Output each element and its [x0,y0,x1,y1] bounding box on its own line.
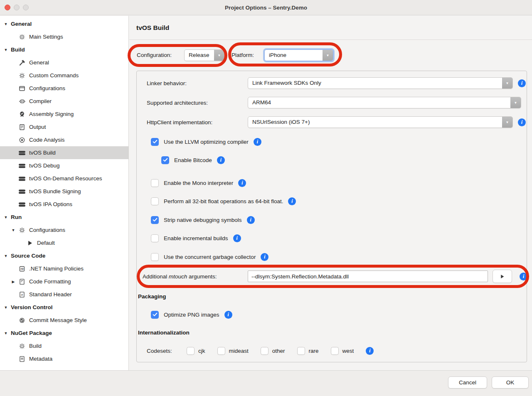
chevron-down-icon[interactable]: ▼ [214,50,224,61]
sidebar-item-tvos-on-demand-resources[interactable]: tvOS On-Demand Resources [0,172,128,185]
enable-bitcode-checkbox[interactable] [161,156,169,164]
rare-checkbox[interactable] [297,347,305,355]
info-icon[interactable]: i [238,179,246,187]
info-icon[interactable]: i [518,118,526,126]
supported-architectures-select[interactable]: ARM64▼ [248,97,521,108]
chevron-down-expander-icon[interactable]: ▼ [3,215,8,219]
sidebar-item-build[interactable]: ▼Build [0,43,128,56]
chevron-down-expander-icon[interactable]: ▼ [3,305,8,310]
chevron-down-icon[interactable]: ▼ [323,50,333,61]
info-icon[interactable]: i [247,216,255,224]
other-checkbox[interactable] [261,347,268,355]
sidebar-item-code-formatting[interactable]: ▶Code Formatting [0,275,128,288]
sidebar-item-standard-header[interactable]: #Standard Header [0,288,128,301]
mtouch-arguments-label: Additional mtouch arguments: [143,273,248,280]
sidebar-item-label: Configurations [29,227,65,233]
chevron-down-expander-icon[interactable]: ▼ [11,228,16,232]
sidebar-item-tvos-debug[interactable]: tvOS Debug [0,159,128,172]
enable-mono-interpreter-checkbox[interactable] [151,179,159,187]
info-icon[interactable]: i [217,156,225,164]
sidebar-item-custom-commands[interactable]: Custom Commands [0,69,128,82]
optimize-png-images-checkbox[interactable] [151,311,159,319]
sidebar-item-configurations[interactable]: ▼Configurations [0,224,128,236]
sidebar-item-code-analysis[interactable]: Code Analysis [0,133,128,146]
enable-incremental-builds-checkbox[interactable] [151,234,159,242]
info-icon[interactable]: i [518,79,526,87]
float32-as-float64-row: Perform all 32-bit float operations as 6… [151,197,296,205]
enable-bitcode-label: Enable Bitcode [174,157,212,163]
chevron-right-expander-icon[interactable]: ▶ [11,280,16,284]
hash-doc-icon: # [18,291,26,298]
codeset-option-cjk: cjk [187,347,205,355]
sidebar-item-label: Version Control [11,304,53,310]
use-llvm-optimizing-compiler-checkbox[interactable] [151,138,159,146]
platform-select[interactable]: iPhone ▼ [264,49,333,61]
sidebar-item-main-settings[interactable]: Main Settings [0,30,128,43]
west-checkbox[interactable] [331,347,339,355]
concurrent-garbage-collector-checkbox[interactable] [151,253,159,261]
tv-icon [18,162,26,169]
sidebar-item-commit-message-style[interactable]: Commit Message Style [0,314,128,327]
strip-native-debug-symbols-checkbox[interactable] [151,216,159,224]
sidebar-item-general[interactable]: General [0,56,128,69]
minimize-button[interactable] [14,5,20,10]
chevron-down-expander-icon[interactable]: ▼ [3,22,8,26]
configuration-select[interactable]: Release ▼ [184,49,225,61]
httpclient-implementation-select[interactable]: NSUrlSession (iOS 7+)▼ [248,116,513,128]
arguments-history-button[interactable] [493,270,512,283]
sidebar-item-version-control[interactable]: ▼Version Control [0,301,128,314]
sidebar-item-compiler[interactable]: Compiler [0,95,128,108]
info-icon[interactable]: i [288,197,296,205]
info-icon[interactable]: i [224,311,232,319]
sidebar-item-net-naming-policies[interactable]: AB.NET Naming Policies [0,262,128,275]
rare-label: rare [309,348,319,354]
info-icon[interactable]: i [520,273,527,280]
platform-label: Platform: [232,49,254,61]
gear-icon [18,342,26,349]
sidebar-item-build[interactable]: Build [0,339,128,352]
sidebar-item-source-code[interactable]: ▼Source Code [0,249,128,262]
codeset-option-rare: rare [297,347,319,355]
sidebar-item-output[interactable]: Output [0,121,128,133]
sidebar-item-tvos-bundle-signing[interactable]: tvOS Bundle Signing [0,185,128,198]
chevron-down-icon[interactable]: ▼ [510,97,521,108]
close-button[interactable] [5,5,10,10]
ab-doc-icon: AB [18,265,26,272]
sidebar-item-run[interactable]: ▼Run [0,211,128,224]
chevron-down-expander-icon[interactable]: ▼ [3,331,8,335]
sidebar-item-metadata[interactable]: Metadata [0,352,128,365]
mtouch-arguments-input[interactable] [248,271,488,282]
info-icon[interactable]: i [261,253,268,261]
linker-behavior-select[interactable]: Link Framework SDKs Only▼ [248,77,513,89]
west-label: west [342,348,354,354]
cjk-checkbox[interactable] [187,347,195,355]
chevron-down-icon[interactable]: ▼ [502,78,512,89]
ok-button[interactable]: OK [492,376,529,389]
chevron-down-expander-icon[interactable]: ▼ [3,48,8,52]
chevron-down-expander-icon[interactable]: ▼ [3,254,8,258]
supported-architectures-row: Supported architectures:ARM64▼ [147,97,521,108]
sidebar-item-default[interactable]: Default [0,236,128,249]
dialog-footer: Cancel OK [0,370,532,396]
float32-as-float64-checkbox[interactable] [151,197,159,205]
sidebar-item-nuget-package[interactable]: ▼NuGet Package [0,327,128,339]
supported-architectures-value: ARM64 [248,97,510,108]
svg-text:#: # [21,293,23,297]
info-icon[interactable]: i [366,347,374,355]
zoom-button[interactable] [23,5,29,10]
sidebar-item-general[interactable]: ▼General [0,17,128,30]
info-icon[interactable]: i [233,234,241,242]
sidebar-item-label: Compiler [29,98,52,104]
sidebar-item-label: Metadata [29,356,52,362]
check-icon [153,218,158,222]
sidebar-item-assembly-signing[interactable]: Assembly Signing [0,108,128,121]
sidebar-item-tvos-build[interactable]: tvOS Build [0,146,128,159]
mideast-checkbox[interactable] [217,347,225,355]
cancel-button[interactable]: Cancel [448,376,487,389]
info-icon[interactable]: i [254,138,261,146]
sidebar-item-tvos-ipa-options[interactable]: tvOS IPA Options [0,198,128,211]
sidebar-item-configurations[interactable]: Configurations [0,82,128,95]
sidebar-item-label: .NET Naming Policies [29,266,84,272]
chevron-down-icon[interactable]: ▼ [502,117,512,128]
optimize-png-row: Optimize PNG imagesi [151,310,232,319]
